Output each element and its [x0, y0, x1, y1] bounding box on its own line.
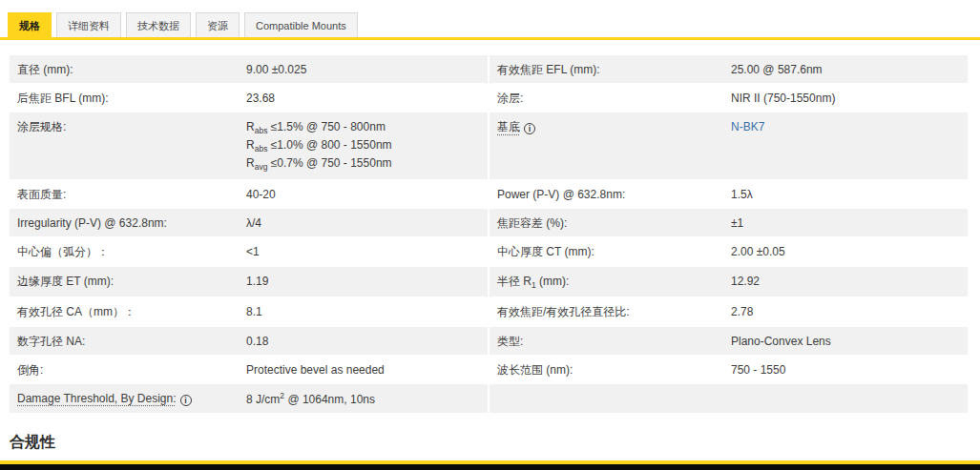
spec-value: 0.18 — [246, 334, 268, 349]
spec-cell-right: 类型:Plano-Convex Lens — [490, 327, 968, 355]
spec-cell-right: 基底iN-BK7 — [490, 112, 968, 179]
spec-table: 直径 (mm):9.00 ±0.025有效焦距 EFL (mm):25.00 @… — [10, 55, 970, 413]
spec-cell-right: 有效焦距 EFL (mm):25.00 @ 587.6nm — [490, 55, 968, 83]
spec-row: 表面质量:40-20Power (P-V) @ 632.8nm:1.5λ — [10, 180, 970, 208]
spec-label: 有效孔径 CA（mm）： — [10, 304, 246, 319]
footer-bar — [0, 460, 980, 470]
spec-row: 直径 (mm):9.00 ±0.025有效焦距 EFL (mm):25.00 @… — [10, 55, 970, 83]
spec-cell-left: 后焦距 BFL (mm):23.68 — [10, 84, 488, 112]
spec-label: Irregularity (P-V) @ 632.8nm: — [10, 215, 246, 231]
tab-1[interactable]: 详细资料 — [56, 12, 121, 37]
spec-value: 1.19 — [246, 274, 268, 292]
spec-value: 9.00 ±0.025 — [246, 62, 306, 77]
spec-cell-left: 有效孔径 CA（mm）：8.1 — [10, 297, 488, 325]
spec-value: <1 — [246, 244, 260, 259]
spec-label: 直径 (mm): — [10, 62, 246, 77]
spec-cell-right: 焦距容差 (%):±1 — [490, 209, 968, 236]
spec-row: 中心偏（弧分）：<1中心厚度 CT (mm):2.00 ±0.05 — [10, 237, 970, 265]
spec-row: Damage Threshold, By Design:i8 J/cm2 @ 1… — [10, 384, 970, 413]
specifications-page: 规格详细资料技术数据资源Compatible Mounts 直径 (mm):9.… — [0, 0, 980, 470]
spec-label — [490, 391, 731, 407]
spec-cell-right: 中心厚度 CT (mm):2.00 ±0.05 — [490, 237, 968, 265]
spec-row: Irregularity (P-V) @ 632.8nm:λ/4焦距容差 (%)… — [10, 209, 970, 236]
spec-value: 25.00 @ 587.6nm — [731, 62, 823, 77]
spec-value: 2.78 — [731, 304, 753, 319]
spec-label: 涂层: — [490, 91, 731, 106]
spec-value: Protective bevel as needed — [246, 362, 385, 378]
spec-value: N-BK7 — [731, 119, 764, 174]
spec-label: 焦距容差 (%): — [490, 215, 731, 231]
spec-value: Plano-Convex Lens — [731, 334, 831, 349]
spec-value: ±1 — [731, 215, 743, 231]
spec-cell-left: Irregularity (P-V) @ 632.8nm:λ/4 — [10, 209, 488, 236]
spec-label: 边缘厚度 ET (mm): — [10, 274, 246, 292]
spec-cell-left: 涂层规格:Rabs ≤1.5% @ 750 - 800nmRabs ≤1.0% … — [10, 112, 488, 179]
tab-2[interactable]: 技术数据 — [126, 12, 191, 37]
spec-cell-right — [490, 384, 968, 413]
spec-label: 表面质量: — [10, 187, 246, 202]
spec-row: 涂层规格:Rabs ≤1.5% @ 750 - 800nmRabs ≤1.0% … — [10, 112, 970, 179]
spec-value: 23.68 — [246, 91, 275, 106]
spec-row: 倒角:Protective bevel as needed波长范围 (nm):7… — [10, 356, 970, 383]
spec-cell-left: 直径 (mm):9.00 ±0.025 — [10, 55, 488, 83]
spec-value: 8 J/cm2 @ 1064nm, 10ns — [246, 391, 375, 407]
info-icon[interactable]: i — [524, 123, 535, 134]
spec-label: 类型: — [490, 334, 731, 349]
spec-value: λ/4 — [246, 215, 261, 231]
spec-row: 有效孔径 CA（mm）：8.1有效焦距/有效孔径直径比:2.78 — [10, 297, 970, 325]
spec-value: Rabs ≤1.5% @ 750 - 800nmRabs ≤1.0% @ 800… — [246, 119, 392, 174]
spec-label: 中心偏（弧分）： — [10, 244, 246, 259]
spec-label: 有效焦距/有效孔径直径比: — [490, 304, 731, 319]
spec-value: 8.1 — [246, 304, 262, 319]
spec-cell-right: 半径 R1 (mm):12.92 — [490, 267, 968, 297]
spec-row: 后焦距 BFL (mm):23.68涂层:NIR II (750-1550nm) — [10, 84, 970, 112]
compliance-heading: 合规性 — [10, 433, 970, 453]
tab-0[interactable]: 规格 — [8, 12, 52, 37]
spec-value: NIR II (750-1550nm) — [731, 91, 835, 106]
spec-label: 后焦距 BFL (mm): — [10, 91, 246, 106]
spec-label[interactable]: Damage Threshold, By Design:i — [10, 391, 246, 407]
value-link[interactable]: N-BK7 — [731, 120, 764, 133]
spec-label: 倒角: — [10, 362, 246, 378]
spec-value: 750 - 1550 — [731, 362, 785, 378]
spec-label[interactable]: 基底i — [490, 119, 731, 174]
spec-label: 半径 R1 (mm): — [490, 274, 731, 292]
spec-cell-left: 数字孔径 NA:0.18 — [10, 327, 488, 355]
spec-cell-right: Power (P-V) @ 632.8nm:1.5λ — [490, 180, 968, 208]
spec-label: 中心厚度 CT (mm): — [490, 244, 731, 259]
spec-value: 12.92 — [731, 274, 760, 292]
spec-label: 波长范围 (nm): — [490, 362, 731, 378]
tab-3[interactable]: 资源 — [196, 12, 240, 37]
spec-value: 2.00 ±0.05 — [731, 244, 785, 259]
spec-label: 数字孔径 NA: — [10, 334, 246, 349]
spec-row: 边缘厚度 ET (mm):1.19半径 R1 (mm):12.92 — [10, 267, 970, 297]
spec-cell-left: Damage Threshold, By Design:i8 J/cm2 @ 1… — [10, 384, 488, 413]
spec-label: 有效焦距 EFL (mm): — [490, 62, 731, 77]
spec-cell-left: 倒角:Protective bevel as needed — [10, 356, 488, 383]
info-icon[interactable]: i — [180, 395, 192, 406]
spec-cell-right: 涂层:NIR II (750-1550nm) — [490, 84, 968, 112]
spec-cell-left: 表面质量:40-20 — [10, 180, 488, 208]
spec-cell-right: 波长范围 (nm):750 - 1550 — [490, 356, 968, 383]
spec-value: 40-20 — [246, 187, 276, 202]
spec-cell-left: 边缘厚度 ET (mm):1.19 — [10, 267, 488, 297]
spec-label: Power (P-V) @ 632.8nm: — [490, 187, 731, 202]
spec-cell-right: 有效焦距/有效孔径直径比:2.78 — [490, 297, 968, 325]
footer-black-bar — [0, 464, 980, 470]
spec-value: 1.5λ — [731, 187, 753, 202]
tab-4[interactable]: Compatible Mounts — [244, 12, 358, 37]
tab-bar: 规格详细资料技术数据资源Compatible Mounts — [0, 0, 980, 40]
spec-row: 数字孔径 NA:0.18类型:Plano-Convex Lens — [10, 327, 970, 355]
spec-label: 涂层规格: — [10, 119, 246, 174]
spec-cell-left: 中心偏（弧分）：<1 — [10, 237, 488, 265]
